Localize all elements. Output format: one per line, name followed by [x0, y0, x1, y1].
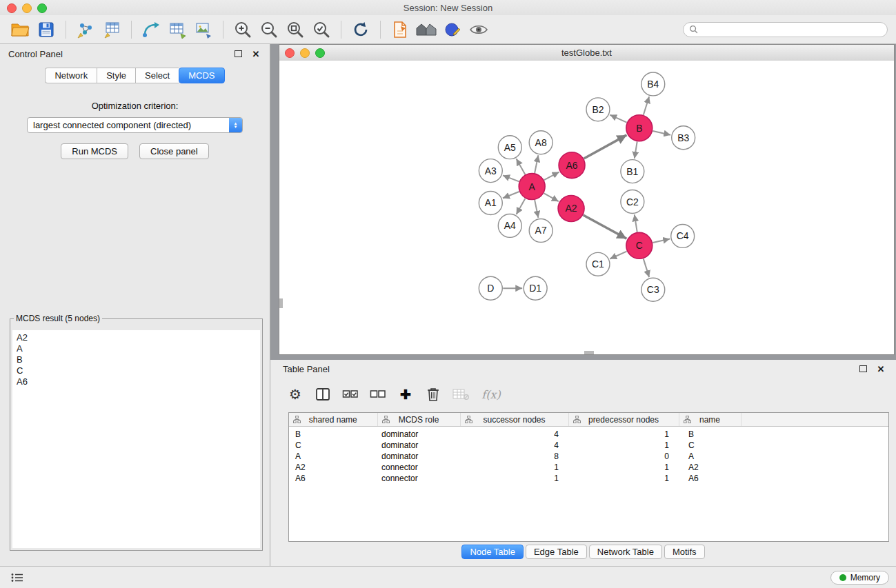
- table-settings-button[interactable]: ⚙: [284, 383, 306, 405]
- function-builder-button[interactable]: f(x): [477, 383, 505, 405]
- graph-node-C2[interactable]: C2: [621, 190, 644, 214]
- graph-node-B[interactable]: B: [626, 115, 653, 141]
- graph-node-A8[interactable]: A8: [529, 131, 552, 154]
- tab-network-table[interactable]: Network Table: [589, 545, 662, 559]
- graph-edge-B-B1[interactable]: [635, 141, 637, 158]
- graph-edge-C-C2[interactable]: [635, 214, 637, 232]
- network-window-zoom-button[interactable]: [315, 48, 325, 58]
- graph-node-C1[interactable]: C1: [586, 252, 610, 276]
- mcds-result-list[interactable]: A2ABCA6: [12, 330, 260, 548]
- graph-node-C4[interactable]: C4: [671, 224, 695, 247]
- search-input[interactable]: [701, 24, 882, 35]
- close-panel-button-mcds[interactable]: Close panel: [139, 143, 209, 159]
- table-row[interactable]: Bdominator41B: [289, 427, 888, 440]
- add-column-button[interactable]: ✚: [395, 383, 417, 405]
- graph-node-B3[interactable]: B3: [672, 126, 695, 150]
- window-zoom-button[interactable]: [37, 3, 47, 13]
- mcds-result-item[interactable]: A: [17, 343, 256, 354]
- tab-motifs[interactable]: Motifs: [664, 545, 705, 559]
- run-mcds-button[interactable]: Run MCDS: [61, 143, 128, 159]
- graph-node-C3[interactable]: C3: [641, 278, 665, 301]
- mcds-result-item[interactable]: C: [17, 365, 256, 376]
- close-table-panel-button[interactable]: ✕: [875, 363, 886, 374]
- graph-node-A4[interactable]: A4: [498, 214, 521, 237]
- tab-select[interactable]: Select: [135, 68, 179, 83]
- graph-node-D[interactable]: D: [479, 276, 502, 300]
- show-columns-button[interactable]: [312, 383, 334, 405]
- graph-node-D1[interactable]: D1: [524, 276, 547, 300]
- graph-node-A7[interactable]: A7: [529, 219, 552, 242]
- column-header-successor-nodes[interactable]: successor nodes: [460, 413, 568, 427]
- vertical-scroll-indicator[interactable]: [279, 298, 283, 308]
- import-table-disabled-button[interactable]: [450, 383, 472, 405]
- window-minimize-button[interactable]: [22, 3, 32, 13]
- open-session-button[interactable]: [7, 18, 33, 41]
- zoom-out-button[interactable]: [256, 18, 282, 41]
- zoom-selected-button[interactable]: [308, 18, 335, 41]
- home-button[interactable]: [413, 18, 439, 41]
- annotation-button[interactable]: [439, 18, 466, 41]
- graph-edge-B-B4[interactable]: [644, 97, 649, 115]
- optimization-criterion-select[interactable]: largest connected component (directed) ▲…: [27, 117, 243, 133]
- float-panel-button[interactable]: [232, 48, 243, 59]
- open-document-button[interactable]: [387, 18, 413, 41]
- graph-edge-A-A4[interactable]: [517, 199, 526, 214]
- save-session-button[interactable]: [33, 18, 59, 41]
- graph-edge-A-A8[interactable]: [535, 155, 538, 173]
- graph-edge-A-A6[interactable]: [544, 172, 559, 181]
- graph-node-C[interactable]: C: [626, 232, 653, 258]
- column-header-name[interactable]: name: [679, 413, 741, 427]
- graph-edge-C-C1[interactable]: [610, 252, 626, 259]
- graph-edge-B-B3[interactable]: [653, 131, 670, 135]
- graph-edge-A-A1[interactable]: [503, 192, 519, 198]
- graph-node-A[interactable]: A: [519, 174, 545, 200]
- export-table-button[interactable]: [164, 18, 190, 41]
- graph-node-A5[interactable]: A5: [498, 136, 521, 159]
- memory-button[interactable]: Memory: [830, 571, 889, 585]
- mcds-result-item[interactable]: A2: [17, 332, 256, 343]
- tab-edge-table[interactable]: Edge Table: [526, 545, 587, 559]
- graph-edge-A-A7[interactable]: [535, 200, 538, 218]
- table-row[interactable]: A2connector11A2: [289, 462, 888, 473]
- graph-node-A6[interactable]: A6: [559, 152, 585, 179]
- column-header-predecessor-nodes[interactable]: predecessor nodes: [568, 413, 679, 427]
- select-all-button[interactable]: [339, 383, 361, 405]
- refresh-view-button[interactable]: [348, 18, 374, 41]
- tab-style[interactable]: Style: [97, 68, 135, 83]
- import-table-button[interactable]: [99, 18, 125, 41]
- graph-edge-C-C4[interactable]: [653, 239, 670, 243]
- delete-column-button[interactable]: [422, 383, 444, 405]
- float-table-panel-button[interactable]: [857, 363, 868, 374]
- graph-edge-A2-C[interactable]: [584, 215, 627, 239]
- graph-node-A3[interactable]: A3: [479, 159, 502, 183]
- window-close-button[interactable]: [7, 3, 17, 13]
- graph-edge-C-C3[interactable]: [644, 258, 649, 277]
- graph-node-B4[interactable]: B4: [641, 72, 665, 96]
- mcds-result-item[interactable]: A6: [17, 376, 256, 387]
- zoom-fit-button[interactable]: [282, 18, 308, 41]
- network-window-close-button[interactable]: [285, 48, 295, 58]
- graph-edge-A-A3[interactable]: [503, 175, 519, 181]
- graph-edge-B-B2[interactable]: [610, 115, 626, 123]
- export-network-button[interactable]: [138, 18, 164, 41]
- network-canvas[interactable]: B4B2BB3A8A5A6A3B1AC2A1A2A4A7C4CC1DD1C3: [279, 61, 894, 354]
- tab-mcds[interactable]: MCDS: [179, 68, 224, 83]
- zoom-in-button[interactable]: [230, 18, 256, 41]
- graph-node-B2[interactable]: B2: [586, 98, 610, 121]
- column-header-shared-name[interactable]: shared name: [289, 413, 377, 427]
- deselect-all-button[interactable]: [367, 383, 389, 405]
- table-row[interactable]: A6connector11A6: [289, 473, 888, 484]
- graph-node-A2[interactable]: A2: [558, 196, 584, 222]
- show-hide-button[interactable]: [466, 18, 492, 41]
- import-network-button[interactable]: [72, 18, 99, 41]
- graph-node-A1[interactable]: A1: [479, 192, 502, 215]
- task-history-button[interactable]: [7, 569, 28, 586]
- horizontal-scroll-indicator[interactable]: [584, 351, 594, 354]
- table-row[interactable]: Cdominator41C: [289, 440, 888, 451]
- mcds-result-item[interactable]: B: [17, 354, 256, 365]
- table-row[interactable]: Adominator80A: [289, 451, 888, 462]
- graph-edge-A6-B[interactable]: [584, 135, 627, 159]
- export-image-button[interactable]: [190, 18, 217, 41]
- graph-edge-A-A2[interactable]: [544, 193, 559, 201]
- graph-node-B1[interactable]: B1: [621, 160, 644, 183]
